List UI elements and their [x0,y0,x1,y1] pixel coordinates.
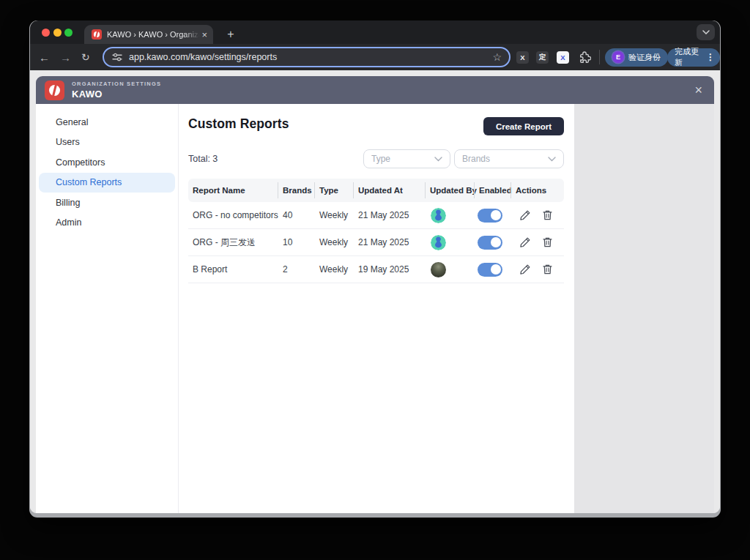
tab-close-icon[interactable]: × [201,30,207,40]
organization-name: KAWO [72,89,161,99]
verify-identity-label: 验证身份 [628,52,661,63]
report-name: ORG - 周三发送 [188,236,278,249]
sidebar-item-competitors[interactable]: Competitors [39,152,175,173]
sidebar-item-general[interactable]: General [39,112,175,132]
browser-window: KAWO › KAWO › Organization × + ← → ↻ [29,20,721,518]
brands-filter-select[interactable]: Brands [454,149,564,168]
updated-by-avatar [431,235,446,250]
report-updated-at: 21 May 2025 [353,237,425,247]
updated-by-avatar [431,262,446,277]
profile-avatar: E [612,51,624,63]
chevron-down-icon [548,157,556,162]
report-name: B Report [188,264,278,275]
report-updated-at: 19 May 2025 [353,264,425,275]
extension-icon-translate[interactable]: X [557,51,569,64]
tab-search-button[interactable] [697,24,715,40]
site-settings-tune-icon[interactable] [112,53,122,61]
create-report-button[interactable]: Create Report [483,117,564,135]
forward-button[interactable]: → [60,44,71,70]
modal-background-area [574,104,714,513]
address-bar[interactable]: app.kawo.com/kawo/settings/reports ☆ [103,47,510,67]
reload-button[interactable]: ↻ [81,44,90,70]
kawo-favicon-icon [92,29,102,40]
sidebar-item-billing[interactable]: Billing [39,193,175,213]
column-report-name: Report Name [188,186,278,195]
window-close-button[interactable] [42,29,50,37]
browser-tab[interactable]: KAWO › KAWO › Organization × [84,25,213,44]
extension-icon-x[interactable]: X [516,51,529,64]
type-filter-placeholder: Type [371,154,390,164]
enabled-toggle[interactable] [478,236,502,250]
report-type: Weekly [314,237,353,247]
report-brands-count: 40 [278,210,314,220]
table-row: B Report 2 Weekly 19 May 2025 [188,256,564,283]
report-type: Weekly [314,210,353,220]
sidebar-item-custom-reports[interactable]: Custom Reports [39,173,175,193]
edit-pencil-icon[interactable] [519,236,531,248]
verify-identity-button[interactable]: E 验证身份 [605,48,668,67]
table-row: ORG - no competitors 40 Weekly 21 May 20… [188,202,564,229]
url-text[interactable]: app.kawo.com/kawo/settings/reports [129,52,492,62]
chevron-down-icon [434,157,442,162]
type-filter-select[interactable]: Type [363,149,450,168]
brands-filter-placeholder: Brands [462,154,490,164]
column-updated-by: Updated By [425,186,474,195]
report-brands-count: 2 [278,264,314,275]
modal-body: General Users Competitors Custom Reports… [36,104,714,513]
column-actions: Actions [510,186,564,195]
finish-update-button[interactable]: 完成更新 ⋮ [667,48,720,67]
extensions-puzzle-icon[interactable] [578,50,591,64]
report-type: Weekly [314,264,353,275]
sidebar-item-admin[interactable]: Admin [39,213,175,234]
modal-header: ORGANIZATION SETTINGS KAWO × [36,76,714,104]
tab-title: KAWO › KAWO › Organization [107,30,201,39]
sidebar-item-users[interactable]: Users [39,132,175,153]
new-tab-button[interactable]: + [222,26,240,43]
enabled-toggle[interactable] [478,209,502,223]
report-name: ORG - no competitors [188,210,278,220]
window-zoom-button[interactable] [64,29,73,37]
delete-trash-icon[interactable] [542,209,553,221]
modal-close-icon[interactable]: × [694,83,702,97]
column-type: Type [314,186,353,195]
updated-by-avatar [431,208,446,223]
tab-strip: KAWO › KAWO › Organization × + [30,20,720,44]
back-button[interactable]: ← [39,44,50,70]
reports-table: Report Name Brands Type Updated At Updat… [188,179,564,283]
kawo-logo-icon [45,81,64,100]
delete-trash-icon[interactable] [542,264,553,275]
toolbar-divider [599,50,600,64]
browser-content: KAWO › KAWO › Organization × + ← → ↻ [30,20,720,513]
edit-pencil-icon[interactable] [519,209,531,221]
finish-update-label: 完成更新 [675,46,700,68]
extension-icon-ding[interactable]: 定 [536,51,549,64]
organization-settings-modal: ORGANIZATION SETTINGS KAWO × General Use… [36,76,714,513]
edit-pencil-icon[interactable] [519,264,531,275]
report-updated-at: 21 May 2025 [353,210,425,220]
column-updated-at: Updated At [353,186,425,195]
enabled-toggle[interactable] [478,263,502,277]
table-row: ORG - 周三发送 10 Weekly 21 May 2025 [188,229,564,256]
bookmark-star-icon[interactable]: ☆ [492,51,502,63]
chevron-down-icon [702,30,710,34]
modal-eyebrow: ORGANIZATION SETTINGS [72,81,161,87]
custom-reports-panel: Custom Reports Create Report Total: 3 Ty… [179,104,574,513]
report-brands-count: 10 [278,237,314,247]
settings-sidebar: General Users Competitors Custom Reports… [36,104,179,513]
window-minimize-button[interactable] [53,29,62,37]
delete-trash-icon[interactable] [542,236,553,248]
column-enabled: Enabled [474,186,510,195]
table-header-row: Report Name Brands Type Updated At Updat… [188,179,564,202]
page-title: Custom Reports [188,116,289,132]
total-count-label: Total: 3 [188,154,218,164]
browser-toolbar: ← → ↻ app.kawo.com/kawo/settings/reports… [30,44,720,70]
browser-menu-kebab-icon[interactable]: ⋮ [706,52,715,62]
column-brands: Brands [278,186,314,195]
page-viewport: ORGANIZATION SETTINGS KAWO × General Use… [30,70,720,513]
